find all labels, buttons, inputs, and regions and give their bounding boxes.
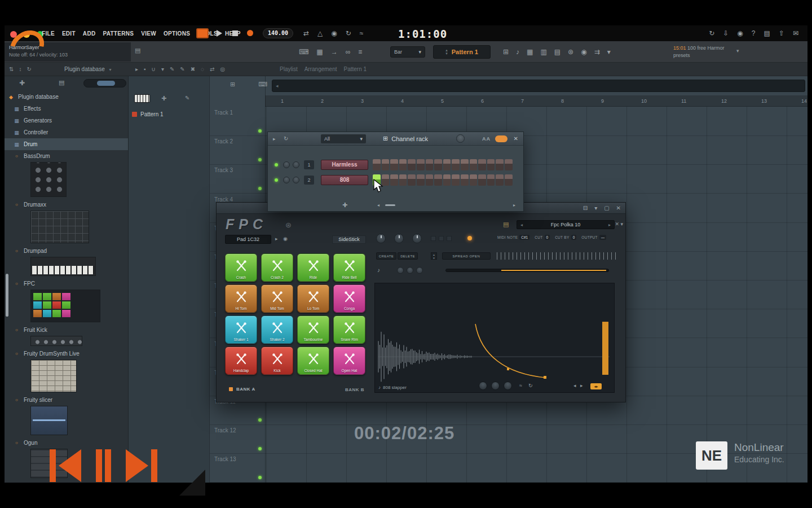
rack-aa-icon[interactable]: AA [482,136,491,142]
step-cell[interactable] [505,174,513,186]
fpc-pad-4[interactable]: Ride Bell [333,253,365,282]
layer-volume-knob[interactable] [397,267,404,274]
piano-roll-icon[interactable]: ♪ [516,49,519,55]
typing-keyboard-icon[interactable]: ⌨ [299,49,308,55]
reorder-icon[interactable]: ↕ [19,67,21,72]
envelope-handle[interactable] [544,376,546,379]
track-status-icon[interactable] [258,418,262,422]
touch-controller-icon[interactable]: ◉ [581,49,586,55]
prop-value[interactable]: 0 [571,235,577,240]
fpc-pad-13[interactable]: Handclap [225,347,257,375]
typing-keyboard-to-piano-icon[interactable] [196,28,209,38]
browser-item-drumaxx[interactable]: ○Drumaxx [5,199,128,211]
menu-add[interactable]: ADD [83,30,96,37]
menu-options[interactable]: OPTIONS [164,30,190,37]
velocity-zone-ruler[interactable] [497,252,619,260]
browser-toggle-icon[interactable]: ▤ [554,49,561,55]
step-cell[interactable] [487,159,495,170]
track-status-icon[interactable] [258,476,262,479]
chat-icon[interactable]: ✉ [793,30,798,37]
file-icon[interactable]: ▤ [59,79,64,86]
pause-mini-icon[interactable]: ▪ [144,67,146,72]
wait-input-icon[interactable]: ◉ [331,30,337,37]
multilink-icon[interactable]: ≡ [358,49,362,55]
scroll-left-icon[interactable]: ◂ [377,203,379,208]
browser-item-effects[interactable]: ▦Effects [5,103,128,115]
mic-icon[interactable]: ◉ [737,30,743,37]
step-cell[interactable] [434,174,442,186]
pad-tune-knob[interactable] [412,234,422,243]
browser-item-bassdrum[interactable]: ○BassDrum [5,150,128,162]
preview-play-icon[interactable]: ▸ [275,236,278,242]
pause-icon[interactable] [96,449,111,482]
step-cell[interactable] [408,174,416,186]
fpc-pad-5[interactable]: Hi Tom [225,284,257,313]
mute-icon[interactable]: ◌ [201,67,204,72]
browser-item-drum[interactable]: ▦Drum [5,138,128,150]
step-cell[interactable] [478,159,486,170]
preset-menu-icon[interactable]: ✕ ▾ [615,221,623,227]
channel-filter-dropdown[interactable]: All ▾ [321,134,366,143]
fpc-pad-3[interactable]: Ride [297,253,329,282]
pattern-spinner-icon[interactable]: ▴▾ [445,49,448,56]
fpc-pad-12[interactable]: Snare Rim [333,316,365,344]
prop-value[interactable]: 0 [545,235,550,240]
add-pattern-icon[interactable]: ✚ [161,95,166,102]
fpc-pad-1[interactable]: Crash [225,253,257,282]
channel-button[interactable]: Harmless [321,160,368,170]
step-cell[interactable] [443,159,451,170]
step-edit-icon[interactable]: ▦ [316,49,323,55]
step-cell[interactable] [487,174,495,186]
export-icon[interactable]: ⇉ [594,49,600,55]
browser-item-controller[interactable]: ▦Controller [5,126,128,138]
piano-keys-icon[interactable] [134,94,150,103]
scroll-right-icon[interactable]: ▸ [513,203,515,208]
arrow-next-icon[interactable]: → [331,49,338,55]
fpc-pad-16[interactable]: Open Hat [333,347,365,375]
step-cell[interactable] [408,159,416,170]
channel-number[interactable]: 1 [304,160,314,169]
track-status-icon[interactable] [258,158,262,161]
fpc-pad-9[interactable]: Shaker 1 [225,316,257,344]
browser-item-fruity-slicer[interactable]: ○Fruity slicer [5,394,128,406]
env-attack-knob[interactable] [479,382,487,390]
step-cell[interactable] [390,159,398,170]
channel-led-icon[interactable] [275,178,278,182]
skip-forward-icon[interactable] [126,449,157,482]
maximize-icon[interactable]: ▢ [604,205,609,211]
step-cell[interactable] [496,159,504,170]
collapse-all-icon[interactable]: ⇅ [9,67,14,72]
step-cell[interactable] [434,159,442,170]
prop-value[interactable]: C#1 [519,235,529,240]
fpc-pad-15[interactable]: Closed Hat [297,347,329,375]
step-cell[interactable] [417,159,425,170]
scroll-left-icon[interactable]: ◂ [573,383,576,388]
layer-create-button[interactable]: CREATE [376,252,396,260]
step-cell[interactable] [470,174,478,186]
step-cell[interactable] [478,174,486,186]
thumbnail-drumsynth[interactable] [30,360,77,392]
detach-icon[interactable]: ⊟ [583,205,588,211]
news-ticker[interactable]: 15:01 100 free Harmor presets [673,45,725,59]
amp-envelope-curve[interactable] [475,324,545,378]
bank-b-tab[interactable]: BANK B [345,387,364,392]
fpc-pad-6[interactable]: Mid Tom [261,284,293,313]
velocity-range-slider[interactable] [445,269,609,272]
step-cell[interactable] [426,159,434,170]
step-cell[interactable] [373,159,381,170]
pattern-selector[interactable]: ▴▾ Pattern 1 [433,45,491,59]
rack-play-icon[interactable]: ▸ [273,136,276,142]
delete-icon[interactable]: ✖ [191,67,195,72]
track-status-icon[interactable] [258,447,262,450]
fpc-pad-8[interactable]: Conga [333,284,365,313]
channel-pan-knob[interactable] [283,161,290,168]
record-button[interactable] [247,30,253,36]
menu-patterns[interactable]: PATTERNS [103,30,134,37]
draw-icon[interactable]: ✎ [170,67,174,72]
browser-item-generators[interactable]: ▦Generators [5,115,128,126]
step-cell[interactable] [452,174,460,186]
fpc-pad-10[interactable]: Shaker 2 [261,316,293,344]
env-sustain-knob[interactable] [504,382,512,390]
channel-pan-knob[interactable] [283,177,290,183]
prop-value[interactable]: — [599,235,607,240]
